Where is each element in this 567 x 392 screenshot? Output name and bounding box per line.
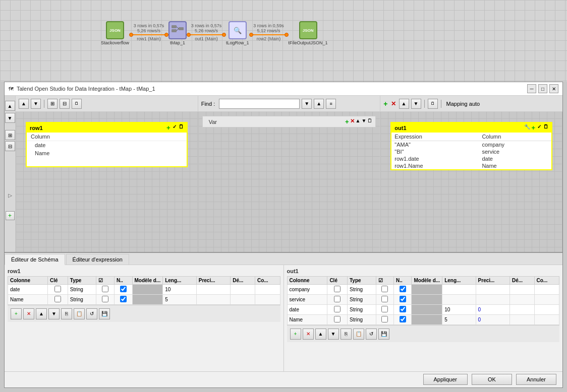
- find-options-btn[interactable]: ≡: [326, 99, 336, 109]
- r1-copy-btn[interactable]: ⎘: [61, 308, 72, 319]
- side-add-btn[interactable]: +: [6, 211, 15, 220]
- r1-check-1[interactable]: [96, 285, 115, 295]
- r1-n-1[interactable]: [114, 285, 132, 295]
- r1-check-2[interactable]: [96, 295, 115, 305]
- out1-row-4[interactable]: row1.Name Name: [391, 162, 551, 169]
- tab-expression-editor[interactable]: Éditeur d'expression: [66, 254, 129, 265]
- sep-2: [424, 100, 425, 108]
- node-tmap1[interactable]: tMap_1: [168, 20, 187, 45]
- o1-n-4[interactable]: [394, 315, 412, 325]
- r1-remove-btn[interactable]: ✕: [23, 308, 34, 319]
- o1-copy-btn[interactable]: ⎘: [341, 329, 352, 340]
- left-up-btn[interactable]: ▲: [19, 99, 29, 109]
- row1-data-row-1[interactable]: date String 10: [8, 285, 280, 295]
- node-tlogrow1-icon[interactable]: 🔍: [229, 21, 247, 39]
- out1-data-row-2[interactable]: service String: [287, 295, 559, 305]
- node-tfileoutputjson1-icon[interactable]: JSON: [299, 21, 317, 39]
- o1-paste-btn[interactable]: 📋: [353, 329, 364, 340]
- maximize-button[interactable]: □: [538, 84, 547, 93]
- o1-remove-btn[interactable]: ✕: [303, 329, 314, 340]
- out1-add-icon[interactable]: +: [531, 124, 535, 132]
- left-layout2-btn[interactable]: ⊟: [60, 99, 70, 109]
- var-down-icon[interactable]: ▼: [361, 118, 366, 125]
- o1-cle-1[interactable]: [327, 285, 348, 295]
- o1-check-2[interactable]: [376, 295, 393, 305]
- r1-cle-2[interactable]: [48, 295, 68, 305]
- var-up-icon[interactable]: ▲: [356, 118, 361, 125]
- r1-paste-btn[interactable]: 📋: [74, 308, 85, 319]
- ok-button[interactable]: OK: [472, 374, 512, 385]
- node-stackoverflow[interactable]: JSON Stackoverflow: [101, 20, 129, 45]
- o1-de-2: [509, 295, 534, 305]
- node-stackoverflow-icon[interactable]: JSON: [106, 21, 124, 39]
- o1-add-btn[interactable]: +: [290, 329, 301, 340]
- node-tlogrow1[interactable]: 🔍 tLogRow_1: [226, 20, 249, 45]
- find-input[interactable]: [219, 99, 300, 109]
- r1-refresh-btn[interactable]: ↺: [86, 308, 97, 319]
- right-schema-btn[interactable]: 🗒: [428, 99, 438, 109]
- side-down-btn[interactable]: ▼: [5, 113, 15, 123]
- var-layout-icon[interactable]: 🗒: [367, 118, 372, 125]
- left-layout1-btn[interactable]: ⊞: [47, 99, 58, 109]
- row1-check-icon[interactable]: ✓: [173, 124, 177, 132]
- row1-doc-icon[interactable]: 🗒: [179, 124, 184, 132]
- r1-add-btn[interactable]: +: [11, 308, 22, 319]
- o1-cle-3[interactable]: [327, 305, 348, 315]
- o1-up-btn[interactable]: ▲: [315, 329, 326, 340]
- tab-schema-editor[interactable]: Éditeur de Schéma: [5, 254, 65, 265]
- side-layout2-btn[interactable]: ⊟: [5, 141, 15, 151]
- r1-down-btn[interactable]: ▼: [48, 308, 60, 319]
- out1-expr-2: "BI": [391, 148, 479, 155]
- var-remove-icon[interactable]: ✕: [350, 118, 355, 125]
- r1-up-btn[interactable]: ▲: [36, 308, 47, 319]
- th-check-r1: ☑: [96, 277, 115, 285]
- close-button[interactable]: ✕: [549, 84, 558, 93]
- o1-check-4[interactable]: [376, 315, 393, 325]
- out1-row-2[interactable]: "BI" service: [391, 148, 551, 155]
- left-down-btn[interactable]: ▼: [31, 99, 41, 109]
- side-layout1-btn[interactable]: ⊞: [5, 130, 15, 140]
- o1-n-2[interactable]: [394, 295, 412, 305]
- left-schema-btn[interactable]: 🗒: [72, 99, 82, 109]
- node-tmap1-icon[interactable]: [168, 21, 187, 39]
- o1-n-3[interactable]: [394, 305, 412, 315]
- r1-col-2: Name: [8, 295, 48, 305]
- find-up-btn[interactable]: ▲: [314, 99, 324, 109]
- right-down-btn[interactable]: ▼: [411, 99, 421, 109]
- out1-doc-icon[interactable]: 🗒: [543, 124, 548, 132]
- row1-add-icon[interactable]: +: [166, 124, 171, 132]
- r1-save-btn[interactable]: 💾: [99, 308, 110, 319]
- r1-cle-1[interactable]: [48, 285, 68, 295]
- node-tfileoutputjson1[interactable]: JSON tFileOutputJSON_1: [289, 20, 328, 45]
- annuler-button[interactable]: Annuler: [516, 374, 556, 385]
- var-add-icon[interactable]: +: [345, 118, 349, 125]
- row1-name-row[interactable]: Name: [27, 149, 187, 157]
- out1-data-row-1[interactable]: company String: [287, 285, 559, 295]
- o1-cle-4[interactable]: [327, 315, 348, 325]
- out1-col-2: service: [479, 148, 551, 155]
- o1-check-3[interactable]: [376, 305, 393, 315]
- o1-n-1[interactable]: [394, 285, 412, 295]
- right-remove-icon[interactable]: ✕: [391, 100, 396, 107]
- row1-date-row[interactable]: date: [27, 141, 187, 149]
- out1-check-icon[interactable]: ✓: [537, 124, 541, 132]
- out1-data-row-4[interactable]: Name String 5 0: [287, 315, 559, 325]
- minimize-button[interactable]: ─: [527, 84, 536, 93]
- right-add-icon[interactable]: +: [383, 100, 387, 108]
- out1-data-row-3[interactable]: date String 10 0: [287, 305, 559, 315]
- o1-down-btn[interactable]: ▼: [328, 329, 339, 340]
- o1-save-btn[interactable]: 💾: [378, 329, 389, 340]
- right-up-btn[interactable]: ▲: [399, 99, 409, 109]
- r1-n-2[interactable]: [114, 295, 132, 305]
- side-up-btn[interactable]: ▲: [5, 101, 15, 111]
- out1-row-1[interactable]: "AMA" company: [391, 141, 551, 149]
- out1-row-3[interactable]: row1.date date: [391, 155, 551, 162]
- appliquer-button[interactable]: Appliquer: [423, 374, 468, 385]
- find-down-btn[interactable]: ▼: [302, 99, 312, 109]
- row1-data-row-2[interactable]: Name String 5: [8, 295, 280, 305]
- o1-cle-2[interactable]: [327, 295, 348, 305]
- o1-check-1[interactable]: [376, 285, 393, 295]
- out1-toolbar-left: + ✕ ▲ ▼ ⎘ 📋 ↺ 💾: [290, 329, 389, 340]
- o1-refresh-btn[interactable]: ↺: [366, 329, 377, 340]
- out1-tool-icon[interactable]: 🔧: [524, 124, 530, 132]
